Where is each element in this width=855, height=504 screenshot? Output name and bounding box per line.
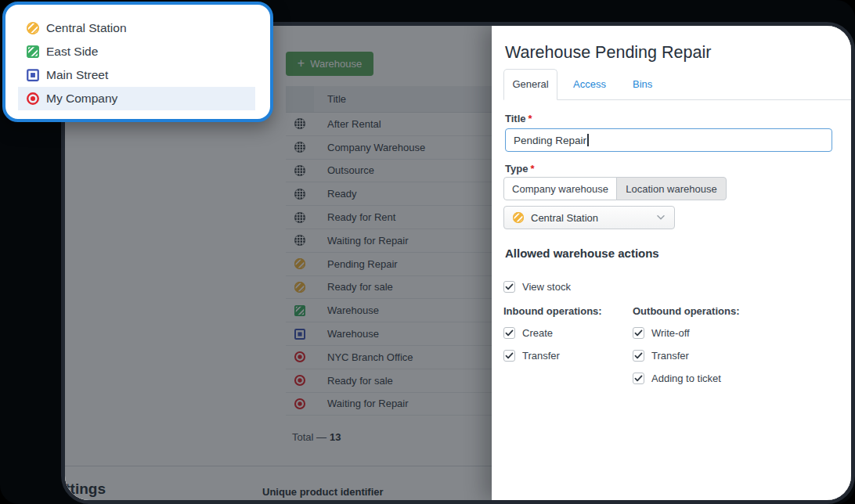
tab-general[interactable]: General: [503, 69, 557, 100]
tab-access[interactable]: Access: [573, 69, 606, 100]
checkbox: [633, 327, 644, 339]
location-option[interactable]: Central Station: [18, 16, 255, 40]
title-input[interactable]: Pending Repair: [505, 128, 832, 152]
view-stock-checkbox-row[interactable]: View stock: [503, 281, 571, 293]
check-icon: [505, 283, 514, 290]
type-segmented-control: Company warehouse Location warehouse: [503, 177, 727, 200]
checkbox: [633, 373, 644, 384]
location-option-list: Central Station East Side Main Street My…: [5, 5, 270, 110]
tab-bins[interactable]: Bins: [633, 69, 652, 100]
required-asterisk: *: [530, 163, 534, 175]
outbound-operations-label: Outbound operations:: [633, 305, 739, 317]
check-icon: [634, 375, 643, 382]
checkbox: [503, 281, 515, 293]
allowed-actions-heading: Allowed warehouse actions: [505, 247, 659, 260]
location-option[interactable]: East Side: [18, 40, 255, 63]
title-field-label: Title*: [505, 113, 532, 124]
check-icon: [505, 329, 514, 337]
outbound-checkbox-column: Write-off Transfer Adding to ticket: [633, 327, 721, 384]
checkbox: [503, 350, 515, 362]
check-icon: [634, 352, 643, 359]
location-select-value: Central Station: [531, 212, 598, 224]
checkbox: [503, 327, 515, 339]
location-option-label: Main Street: [46, 68, 108, 82]
check-icon: [505, 352, 514, 359]
type-field-label: Type*: [505, 163, 534, 175]
segment-location-warehouse[interactable]: Location warehouse: [616, 177, 727, 200]
modal-tab-bar: General Access Bins: [503, 69, 851, 100]
location-callout-popup: Central Station East Side Main Street My…: [2, 2, 273, 122]
inbound-checkbox-column: Create Transfer: [503, 327, 560, 362]
warehouse-modal: Warehouse Pending Repair General Access …: [492, 26, 851, 500]
location-option[interactable]: Main Street: [18, 63, 255, 87]
location-option-label: Central Station: [46, 21, 127, 35]
east-side-icon: [26, 45, 40, 59]
main-street-icon: [26, 68, 40, 82]
central-station-icon: [26, 21, 40, 35]
segment-company-warehouse[interactable]: Company warehouse: [503, 177, 617, 200]
central-station-icon: [512, 211, 525, 224]
location-option-label: My Company: [46, 92, 117, 106]
inbound-operations-label: Inbound operations:: [503, 305, 602, 317]
location-option[interactable]: My Company: [18, 87, 255, 110]
title-input-value: Pending Repair: [514, 135, 586, 146]
my-company-icon: [26, 92, 40, 106]
checkbox: [633, 350, 644, 362]
checkbox-row[interactable]: Transfer: [503, 350, 560, 362]
checkbox-row[interactable]: Write-off: [633, 327, 721, 339]
location-option-label: East Side: [46, 45, 98, 59]
chevron-down-icon: [657, 215, 665, 220]
checkbox-row[interactable]: Transfer: [633, 350, 721, 362]
checkbox-row[interactable]: Create: [503, 327, 560, 339]
checkbox-row[interactable]: Adding to ticket: [633, 373, 721, 384]
check-icon: [634, 329, 643, 337]
modal-title: Warehouse Pending Repair: [505, 43, 711, 63]
required-asterisk: *: [529, 113, 532, 124]
location-select[interactable]: Central Station: [503, 206, 675, 229]
screenshot-canvas: + Warehouse Title After Rental: [0, 0, 855, 504]
text-cursor: [587, 134, 589, 146]
